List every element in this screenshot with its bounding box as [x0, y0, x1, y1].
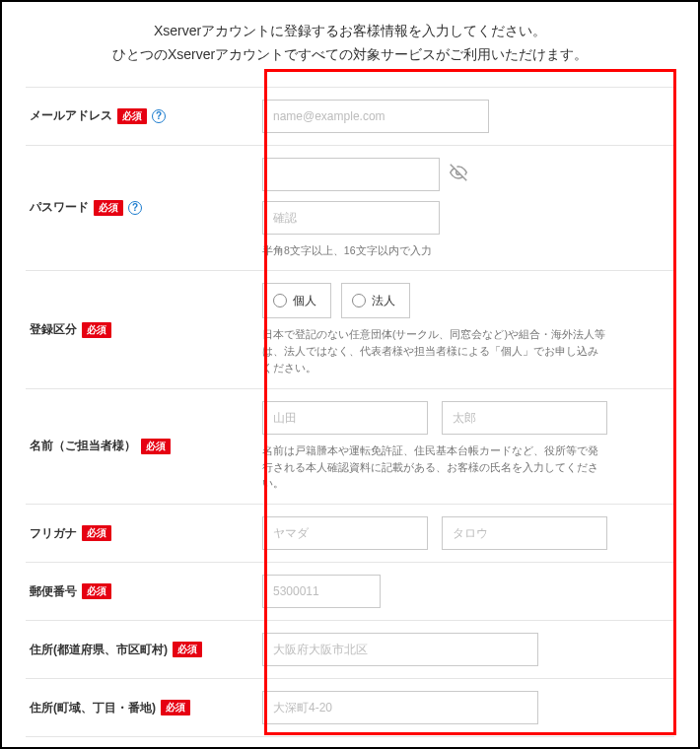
- reg-type-hint: 日本で登記のない任意団体(サークル、同窓会など)や組合・海外法人等は、法人ではな…: [262, 326, 607, 375]
- radio-icon: [273, 294, 287, 307]
- password-label: パスワード: [30, 199, 89, 216]
- radio-corporate[interactable]: 法人: [341, 283, 410, 318]
- addr1-label: 住所(都道府県、市区町村): [30, 642, 168, 658]
- intro-line1: Xserverアカウントに登録するお客様情報を入力してください。: [26, 20, 674, 43]
- email-input[interactable]: [262, 100, 489, 133]
- row-password: パスワード 必須 ? 半角8文字以上、16文字以内で入力: [26, 146, 674, 272]
- kana-first-input[interactable]: [442, 516, 607, 550]
- row-zip: 郵便番号 必須: [26, 563, 674, 621]
- registration-form-page: Xserverアカウントに登録するお客様情報を入力してください。 ひとつのXse…: [0, 0, 700, 749]
- password-confirm-input[interactable]: [262, 201, 440, 235]
- required-badge: 必須: [117, 108, 147, 124]
- addr2-label: 住所(町域、丁目・番地): [30, 700, 156, 716]
- required-badge: 必須: [94, 200, 123, 216]
- row-email: メールアドレス 必須 ?: [26, 88, 674, 146]
- kana-last-input[interactable]: [262, 516, 428, 550]
- row-reg-type: 登録区分 必須 個人 法人 日本で登記のない任意団体(サークル、同窓会など)や組…: [26, 271, 674, 388]
- required-badge: 必須: [82, 525, 111, 541]
- row-addr3: 住所(建物名) 任意: [26, 737, 674, 749]
- lastname-input[interactable]: [262, 401, 428, 435]
- password-input[interactable]: [262, 158, 440, 191]
- required-badge: 必須: [161, 700, 190, 715]
- intro-text: Xserverアカウントに登録するお客様情報を入力してください。 ひとつのXse…: [26, 20, 674, 67]
- radio-icon: [352, 294, 366, 307]
- help-icon[interactable]: ?: [152, 109, 166, 123]
- reg-type-label: 登録区分: [30, 321, 77, 338]
- zip-input[interactable]: [262, 575, 381, 608]
- password-hint: 半角8文字以上、16文字以内で入力: [262, 242, 597, 259]
- zip-label: 郵便番号: [30, 583, 77, 600]
- required-badge: 必須: [82, 322, 111, 338]
- row-addr1: 住所(都道府県、市区町村) 必須: [26, 621, 674, 679]
- required-badge: 必須: [82, 583, 111, 599]
- row-kana: フリガナ 必須: [26, 505, 674, 563]
- kana-label: フリガナ: [30, 525, 77, 542]
- eye-off-icon[interactable]: [450, 164, 467, 184]
- row-addr2: 住所(町域、丁目・番地) 必須: [26, 679, 674, 737]
- addr1-input[interactable]: [262, 633, 538, 666]
- name-hint: 名前は戸籍謄本や運転免許証、住民基本台帳カードなど、役所等で発行される本人確認資…: [262, 443, 607, 492]
- firstname-input[interactable]: [442, 401, 607, 435]
- row-name: 名前（ご担当者様） 必須 名前は戸籍謄本や運転免許証、住民基本台帳カードなど、役…: [26, 389, 674, 505]
- required-badge: 必須: [173, 642, 202, 657]
- email-label: メールアドレス: [30, 107, 112, 124]
- intro-line2: ひとつのXserverアカウントですべての対象サービスがご利用いただけます。: [26, 43, 674, 67]
- required-badge: 必須: [141, 439, 171, 454]
- addr2-input[interactable]: [262, 691, 538, 724]
- name-label: 名前（ご担当者様）: [30, 438, 136, 454]
- radio-individual[interactable]: 個人: [262, 283, 331, 318]
- help-icon[interactable]: ?: [128, 201, 142, 215]
- form: メールアドレス 必須 ? パスワード 必須 ?: [26, 87, 674, 749]
